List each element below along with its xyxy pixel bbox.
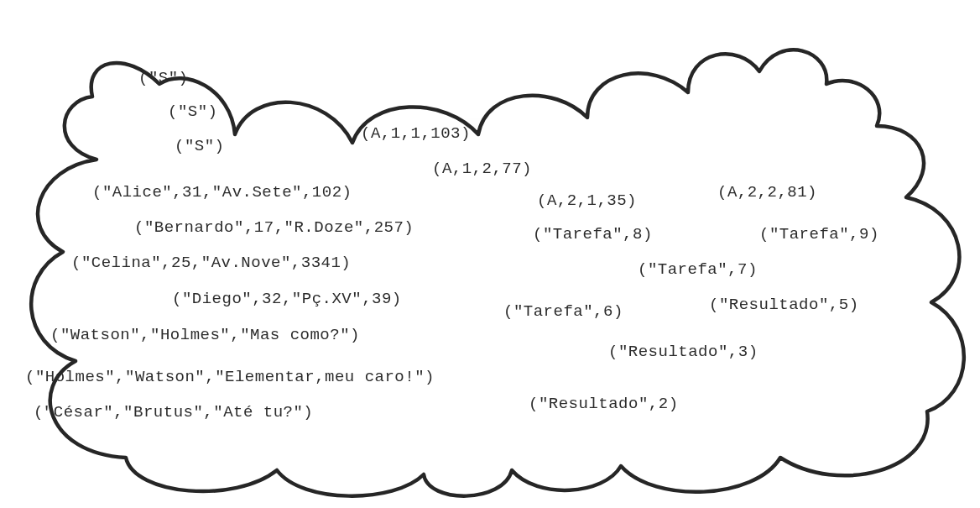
tuple-a-2-1-35: (A,2,1,35) xyxy=(537,191,637,210)
tuple-diego: ("Diego",32,"Pç.XV",39) xyxy=(172,290,402,308)
tuple-cloud-diagram: { "tuples": { "s1": "(\"S\")", "s2": "(\… xyxy=(0,0,980,508)
tuple-tarefa-9: ("Tarefa",9) xyxy=(759,225,879,244)
tuple-resultado-2: ("Resultado",2) xyxy=(529,395,679,413)
tuple-holmes: ("Holmes","Watson","Elementar,meu caro!"… xyxy=(25,368,435,386)
tuple-labels: ("S") ("S") ("S") (A,1,1,103) (A,1,2,77)… xyxy=(0,0,980,508)
tuple-resultado-3: ("Resultado",3) xyxy=(608,343,758,361)
tuple-celina: ("Celina",25,"Av.Nove",3341) xyxy=(71,254,351,272)
tuple-s-2: ("S") xyxy=(168,102,218,121)
tuple-alice: ("Alice",31,"Av.Sete",102) xyxy=(92,183,352,202)
tuple-bernardo: ("Bernardo",17,"R.Doze",257) xyxy=(134,218,414,237)
tuple-tarefa-7: ("Tarefa",7) xyxy=(638,260,758,279)
tuple-cesar: ("César","Brutus","Até tu?") xyxy=(34,403,313,422)
tuple-tarefa-6: ("Tarefa",6) xyxy=(503,302,623,321)
tuple-a-1-1-103: (A,1,1,103) xyxy=(361,124,471,143)
tuple-watson: ("Watson","Holmes","Mas como?") xyxy=(50,326,360,344)
tuple-s-1: ("S") xyxy=(138,69,189,87)
tuple-tarefa-8: ("Tarefa",8) xyxy=(533,225,653,244)
tuple-resultado-5: ("Resultado",5) xyxy=(709,296,859,314)
tuple-a-1-2-77: (A,1,2,77) xyxy=(432,160,532,178)
tuple-s-3: ("S") xyxy=(175,137,225,155)
tuple-a-2-2-81: (A,2,2,81) xyxy=(717,183,817,202)
